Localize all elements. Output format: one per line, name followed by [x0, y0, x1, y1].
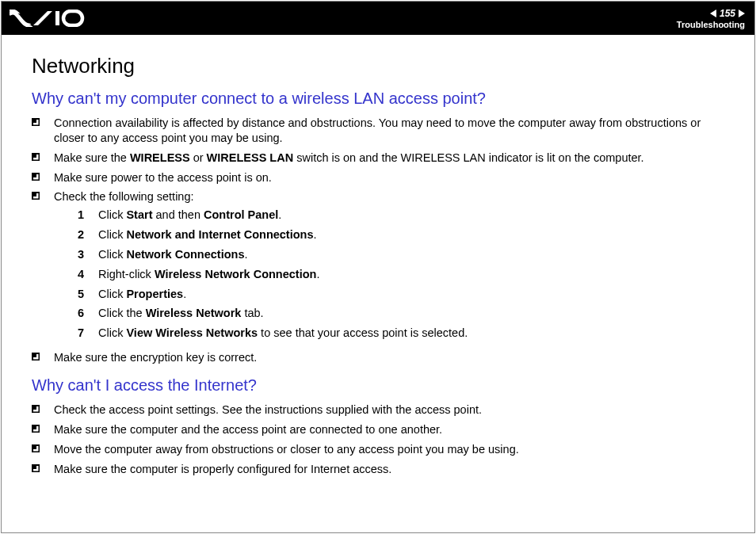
step-text: Click Network Connections.: [98, 247, 248, 262]
page-title: Networking: [32, 54, 724, 78]
step-text: Right-click Wireless Network Connection.: [98, 267, 319, 282]
svg-rect-0: [55, 11, 59, 25]
list-text: Make sure the WIRELESS or WIRELESS LAN s…: [54, 151, 724, 166]
header-meta: 155 Troubleshooting: [677, 8, 745, 29]
step-number: 4: [78, 267, 98, 282]
bullet-icon: [32, 405, 40, 413]
step-item: 6Click the Wireless Network tab.: [78, 306, 724, 321]
list-text: Make sure the encryption key is correct.: [54, 350, 724, 365]
list-item: Make sure the computer is properly confi…: [32, 462, 724, 477]
step-number: 2: [78, 227, 98, 242]
step-number: 1: [78, 208, 98, 223]
step-item: 4Right-click Wireless Network Connection…: [78, 267, 724, 282]
step-item: 3Click Network Connections.: [78, 247, 724, 262]
step-item: 7Click View Wireless Networks to see tha…: [78, 326, 724, 341]
step-text: Click View Wireless Networks to see that…: [98, 326, 468, 341]
list-item: Check the access point settings. See the…: [32, 402, 724, 418]
prev-page-icon[interactable]: [710, 10, 716, 17]
list-item: Make sure the encryption key is correct.: [32, 350, 724, 365]
question-heading-2: Why can't I access the Internet?: [32, 376, 724, 395]
question-heading-1: Why can't my computer connect to a wirel…: [32, 90, 724, 108]
step-number: 7: [78, 326, 98, 341]
bullet-icon: [32, 444, 40, 452]
answer-list-2: Check the access point settings. See the…: [32, 402, 724, 476]
list-item: Make sure power to the access point is o…: [32, 170, 724, 185]
bullet-icon: [32, 425, 40, 433]
bullet-icon: [32, 192, 40, 200]
list-text: Make sure power to the access point is o…: [54, 170, 724, 185]
section-label: Troubleshooting: [677, 20, 745, 29]
list-text: Check the access point settings. See the…: [54, 402, 724, 418]
step-item: 1Click Start and then Control Panel.: [78, 208, 724, 223]
svg-rect-1: [63, 11, 82, 25]
vaio-logo: [10, 10, 86, 27]
page-header: 155 Troubleshooting: [2, 2, 754, 35]
bullet-icon: [32, 173, 40, 181]
list-item: Make sure the WIRELESS or WIRELESS LAN s…: [32, 151, 724, 166]
bullet-icon: [32, 353, 40, 360]
list-text: Make sure the computer is properly confi…: [54, 462, 724, 477]
step-number: 6: [78, 306, 98, 321]
page-number: 155: [720, 8, 735, 19]
bullet-icon: [32, 464, 40, 472]
list-item: Move the computer away from obstructions…: [32, 442, 724, 457]
bullet-icon: [32, 153, 40, 161]
step-item: 2Click Network and Internet Connections.: [78, 227, 724, 242]
step-text: Click Network and Internet Connections.: [98, 227, 317, 242]
section-2: Why can't I access the Internet? Check t…: [32, 376, 724, 476]
list-item: Make sure the computer and the access po…: [32, 422, 724, 437]
document-page: 155 Troubleshooting Networking Why can't…: [1, 1, 755, 533]
next-page-icon[interactable]: [739, 10, 745, 17]
list-text: Move the computer away from obstructions…: [54, 442, 724, 457]
list-item: Check the following setting: 1Click Star…: [32, 189, 724, 345]
list-text: Make sure the computer and the access po…: [54, 422, 724, 437]
bullet-icon: [32, 118, 40, 126]
list-text: Connection availability is affected by d…: [54, 116, 724, 146]
step-number: 3: [78, 247, 98, 262]
step-text: Click Properties.: [98, 287, 186, 302]
list-item: Connection availability is affected by d…: [32, 116, 724, 146]
page-nav: 155: [710, 8, 745, 19]
list-text: Check the following setting: 1Click Star…: [54, 189, 724, 345]
step-text: Click Start and then Control Panel.: [98, 208, 281, 223]
step-number: 5: [78, 287, 98, 302]
numbered-steps: 1Click Start and then Control Panel. 2Cl…: [54, 208, 724, 341]
answer-list-1: Connection availability is affected by d…: [32, 116, 724, 365]
step-text: Click the Wireless Network tab.: [98, 306, 264, 321]
page-content: Networking Why can't my computer connect…: [2, 35, 754, 532]
step-item: 5Click Properties.: [78, 287, 724, 302]
